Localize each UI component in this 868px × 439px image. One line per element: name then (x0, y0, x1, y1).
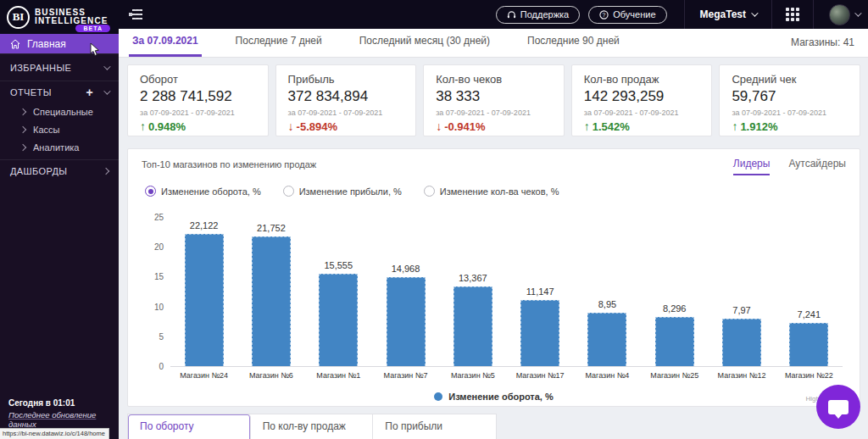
period-tab-90days[interactable]: Последние 90 дней (524, 28, 623, 57)
radio-profit-change[interactable]: Изменение прибыли, % (283, 186, 402, 197)
tab-outsiders[interactable]: Аутсайдеры (788, 158, 846, 175)
sidebar-item-label: Главная (27, 38, 66, 50)
trend-arrow-icon: ↑ (140, 119, 146, 133)
last-update-note[interactable]: Последнее обновление данных (8, 410, 110, 429)
kpi-value: 38 333 (436, 88, 552, 105)
kpi-card[interactable]: Прибыль 372 834,894 за 07-09-2021 - 07-0… (275, 64, 417, 136)
divider (813, 0, 814, 29)
logo[interactable]: BI BUSINESS INTELLIGENCE BETA (0, 0, 119, 34)
avatar (829, 4, 850, 25)
radio-turnover-change[interactable]: Изменение оборота, % (145, 186, 261, 197)
x-axis-label: Магазин №12 (708, 371, 775, 380)
bar-value-label: 11,147 (526, 286, 554, 297)
bar-value-label: 21,752 (257, 223, 286, 233)
bar-value-label: 14,968 (392, 264, 420, 274)
account-menu[interactable]: MegaTest (693, 8, 763, 20)
chat-widget-button[interactable] (816, 385, 860, 429)
x-axis-label: Магазин №22 (776, 371, 843, 380)
radio-receipts-change[interactable]: Изменение кол-ва чеков, % (424, 186, 559, 197)
chart-legend[interactable]: Изменение оборота, % (142, 392, 846, 402)
bar-column: 7,97 (708, 217, 775, 366)
kpi-period: за 07-09-2021 - 07-09-2021 (732, 108, 848, 117)
status-bar-url: https://bi-new.datawiz.io/c/148/home (0, 428, 109, 439)
kpi-title: Средний чек (732, 73, 848, 86)
trend-arrow-icon: ↓ (436, 119, 442, 133)
y-axis-tick: 15 (142, 272, 164, 281)
y-axis-tick: 5 (142, 332, 164, 342)
top10-chart-card: Топ-10 магазинов по изменению продаж Лид… (127, 148, 860, 407)
stores-count: Магазины: 41 (791, 36, 854, 57)
kpi-value: 2 288 741,592 (140, 88, 256, 105)
bar[interactable] (520, 300, 559, 366)
x-axis-label: Магазин №25 (641, 371, 708, 380)
chevron-right-icon (19, 108, 26, 114)
kpi-title: Оборот (140, 73, 256, 86)
bar-column: 8,95 (574, 217, 641, 366)
sidebar-section-label: ИЗБРАННЫЕ (10, 63, 71, 73)
x-axis-label: Магазин №17 (506, 371, 573, 380)
kpi-card[interactable]: Оборот 2 288 741,592 за 07-09-2021 - 07-… (127, 64, 269, 136)
home-icon (10, 39, 20, 49)
period-tab-30days[interactable]: Последний месяц (30 дней) (356, 28, 493, 57)
chevron-down-icon (103, 63, 110, 69)
bar-column: 11,147 (506, 217, 573, 366)
kpi-title: Кол-во чеков (436, 73, 552, 86)
tab-by-profit[interactable]: По прибыли (373, 414, 496, 439)
apps-grid-icon[interactable] (786, 8, 799, 21)
kpi-value: 142 293,259 (584, 88, 700, 105)
user-menu[interactable] (829, 4, 860, 25)
bar[interactable] (789, 323, 828, 366)
period-tab-7days[interactable]: Последние 7 дней (232, 28, 326, 57)
training-label: Обучение (613, 9, 655, 19)
y-axis-tick: 0 (142, 362, 164, 371)
kpi-delta: ↓-0.941% (436, 119, 552, 133)
chevron-down-icon (751, 9, 758, 16)
sidebar-section-favorites[interactable]: ИЗБРАННЫЕ (0, 53, 119, 81)
kpi-card[interactable]: Кол-во чеков 38 333 за 07-09-2021 - 07-0… (423, 64, 565, 136)
tab-by-sales-count[interactable]: По кол-ву продаж (251, 414, 374, 439)
bar[interactable] (387, 277, 426, 366)
bar[interactable] (252, 236, 291, 366)
sidebar-item-kassy[interactable]: Кассы (0, 120, 119, 138)
support-button[interactable]: Поддержка (496, 6, 580, 24)
trend-arrow-icon: ↑ (584, 119, 590, 133)
bar-chart-plot: 25 20 15 10 5 0 22,122 21,752 15,555 14,… (170, 217, 843, 367)
training-button[interactable]: ? Обучение (588, 6, 666, 24)
radio-icon (283, 186, 294, 197)
bar[interactable] (185, 234, 224, 366)
kpi-delta: ↑0.948% (140, 119, 256, 133)
sidebar-item-analytics[interactable]: Аналитика (0, 138, 119, 156)
period-tab-today[interactable]: За 07.09.2021 (129, 28, 202, 57)
legend-dot-icon (434, 392, 442, 401)
sidebar-section-dashboards[interactable]: ДАШБОРДЫ (0, 159, 119, 182)
sidebar-item-home[interactable]: Главная (0, 34, 119, 53)
kpi-delta: ↓-5.894% (288, 119, 404, 133)
kpi-card[interactable]: Кол-во продаж 142 293,259 за 07-09-2021 … (571, 64, 713, 136)
chevron-down-icon (854, 9, 861, 16)
kpi-period: за 07-09-2021 - 07-09-2021 (436, 108, 552, 117)
plus-icon[interactable]: + (86, 86, 93, 98)
y-axis-tick: 10 (142, 303, 164, 312)
bar[interactable] (319, 274, 358, 367)
tab-leaders[interactable]: Лидеры (733, 158, 771, 175)
sidebar-section-reports[interactable]: ОТЧЕТЫ + (0, 81, 119, 103)
kpi-card[interactable]: Средний чек 59,767 за 07-09-2021 - 07-09… (719, 64, 860, 136)
menu-toggle-icon[interactable] (129, 9, 142, 19)
chevron-right-icon (19, 143, 26, 150)
bar[interactable] (722, 319, 761, 366)
trend-arrow-icon: ↑ (732, 119, 737, 133)
x-axis-label: Магазин №7 (372, 371, 439, 380)
bar-value-label: 8,296 (663, 303, 687, 314)
bar[interactable] (453, 286, 492, 366)
sidebar-item-label: Специальные (33, 107, 93, 117)
tab-by-turnover[interactable]: По обороту (128, 414, 251, 439)
x-axis-label: Магазин №4 (574, 371, 641, 380)
bar-value-label: 22,122 (190, 220, 219, 231)
sidebar-item-special[interactable]: Специальные (0, 103, 119, 120)
kpi-value: 372 834,894 (288, 88, 404, 105)
bar[interactable] (655, 317, 694, 366)
kpi-period: за 07-09-2021 - 07-09-2021 (584, 108, 700, 117)
bar[interactable] (587, 313, 626, 366)
bar-value-label: 8,95 (598, 299, 616, 309)
divider (771, 0, 772, 29)
